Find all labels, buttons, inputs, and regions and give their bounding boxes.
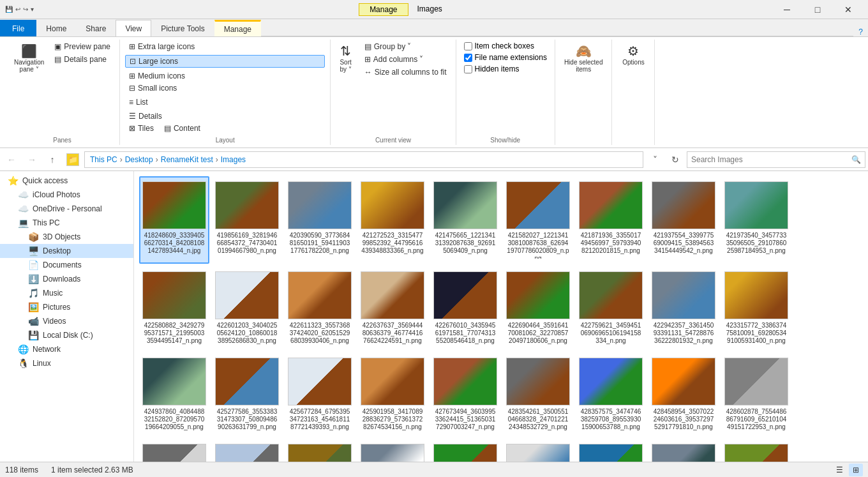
list-button[interactable]: ≡ List	[125, 96, 253, 108]
address-dropdown-button[interactable]: ˅	[646, 151, 664, 169]
details-button[interactable]: ☰ Details	[125, 110, 253, 122]
file-item[interactable]: cabin_exterior_6	[721, 439, 791, 462]
sidebar-item-icloud[interactable]: ☁️ iCloud Photos	[0, 188, 133, 202]
up-button[interactable]: ↑	[43, 151, 61, 169]
medium-icons-button[interactable]: ⊞ Medium icons	[125, 70, 325, 82]
file-area[interactable]: 418248609_333940566270314_84208108142789…	[134, 171, 868, 462]
file-item[interactable]: 421475665_122134131392087638_92691506940…	[430, 176, 500, 264]
file-item[interactable]: 427673494_360399533624415_51365031729070…	[430, 352, 500, 436]
sidebar-item-desktop[interactable]: 🖥️ Desktop	[0, 244, 133, 258]
file-item[interactable]: 428458954_350702224603616_39537297529177…	[648, 352, 719, 436]
sidebar-item-pictures[interactable]: 🖼️ Pictures	[0, 300, 133, 314]
file-name-ext-toggle[interactable]: File name extensions	[461, 52, 550, 63]
window-controls[interactable]: ─ □ ✕	[772, 0, 863, 19]
item-check-boxes-toggle[interactable]: Item check boxes	[461, 41, 537, 51]
tab-manage[interactable]: Manage	[214, 20, 261, 36]
tiles-button[interactable]: ⊠ Tiles	[125, 123, 158, 134]
minimize-button[interactable]: ─	[772, 0, 802, 19]
file-item[interactable]: 428619314_714850080086092900_48886920560…	[285, 439, 355, 462]
file-item[interactable]: 428602878_755448686791609_65210104491517…	[721, 352, 791, 436]
hidden-items-checkbox[interactable]	[464, 65, 472, 73]
sidebar-item-documents[interactable]: 📄 Documents	[0, 258, 133, 272]
file-item[interactable]: 421272523_331547799852392_44795616439348…	[357, 176, 428, 264]
add-columns-button[interactable]: ⊞ Add columns ˅	[361, 54, 451, 65]
refresh-button[interactable]: ↻	[666, 151, 684, 169]
sidebar-item-quick-access[interactable]: ⭐ Quick access	[0, 174, 133, 188]
file-item[interactable]: cabin_pond_4	[576, 439, 646, 462]
tab-view[interactable]: View	[116, 20, 151, 36]
address-this-pc[interactable]: This PC	[90, 155, 117, 164]
sidebar-item-network[interactable]: 🌐 Network	[0, 342, 133, 356]
sidebar-item-onedrive[interactable]: ☁️ OneDrive - Personal	[0, 202, 133, 216]
sidebar-item-linux[interactable]: 🐧 Linux	[0, 356, 133, 370]
small-icons-button[interactable]: ⊟ Small icons	[125, 82, 253, 94]
search-icon[interactable]: 🔍	[851, 155, 861, 164]
file-name-ext-checkbox[interactable]	[464, 54, 472, 62]
hidden-items-toggle[interactable]: Hidden items	[461, 64, 522, 74]
preview-pane-button[interactable]: ▣ Preview pane	[50, 41, 114, 52]
file-item[interactable]: 425901958_341708928836279_57361372826745…	[357, 352, 428, 436]
sidebar-item-3d-objects[interactable]: 📦 3D Objects	[0, 230, 133, 244]
options-button[interactable]: ⚙ Options	[617, 41, 649, 68]
file-item[interactable]: 419856169_328194666854372_74730401019946…	[212, 176, 282, 264]
navigation-pane-button[interactable]: ⬛ Navigationpane ˅	[10, 41, 48, 75]
file-item[interactable]: 422676010_343594561971581_77074313552085…	[430, 266, 500, 350]
tab-home[interactable]: Home	[36, 20, 76, 36]
extra-large-icons-button[interactable]: ⊞ Extra large icons	[125, 41, 325, 52]
file-item[interactable]: 428611294_755443866644582_45343493060766…	[212, 439, 282, 462]
hide-selected-button[interactable]: 🙈 Hide selecteditems	[560, 41, 607, 75]
help-button[interactable]: ?	[853, 27, 868, 36]
file-item[interactable]: 422942357_336145093391131_54728876362228…	[648, 266, 719, 350]
file-item[interactable]: cabin_forest_2	[430, 439, 500, 462]
tab-share[interactable]: Share	[76, 20, 116, 36]
address-renamekit[interactable]: RenameKit test	[161, 155, 213, 164]
quick-access-toolbar[interactable]: 💾 ↩ ↪ ▾	[5, 6, 34, 13]
file-item[interactable]: cabin_alps_3	[503, 439, 573, 462]
file-item[interactable]: 420390590_377368481650191_59411903177617…	[285, 176, 355, 264]
file-item[interactable]: 422690464_359164170081062_32270857204971…	[503, 266, 573, 350]
sort-by-button[interactable]: ⇅ Sortby ˅	[336, 41, 355, 75]
file-item[interactable]: 425677284_679539534723163_45461811877214…	[285, 352, 355, 436]
file-item[interactable]: 423315772_338637475810091_69280534910059…	[721, 266, 791, 350]
file-item[interactable]: 421937554_339977569009415_53894563341544…	[648, 176, 719, 264]
file-item[interactable]: 422637637_356944480636379_46774416766242…	[357, 266, 428, 350]
tab-picture-tools[interactable]: Picture Tools	[151, 20, 214, 36]
dropdown-icon[interactable]: ▾	[31, 6, 34, 13]
maximize-button[interactable]: □	[803, 0, 832, 19]
file-item[interactable]: 428354261_350055104668328_24701221243485…	[503, 352, 573, 436]
sidebar-item-music[interactable]: 🎵 Music	[0, 286, 133, 300]
icon-view-button[interactable]: ⊞	[849, 464, 863, 476]
address-desktop[interactable]: Desktop	[125, 155, 153, 164]
close-button[interactable]: ✕	[834, 0, 863, 19]
file-item[interactable]: 421973540_345773335096505_29107860259871…	[721, 176, 791, 264]
search-input[interactable]	[691, 155, 849, 164]
details-pane-button[interactable]: ▤ Details pane	[50, 54, 114, 65]
sidebar-item-local-disk[interactable]: 💾 Local Disk (C:)	[0, 328, 133, 342]
item-check-boxes-checkbox[interactable]	[464, 42, 472, 50]
file-item[interactable]: cabin_rocks_5	[648, 439, 719, 462]
file-item[interactable]: 428607189_755448632124986_60133936998835…	[139, 439, 209, 462]
size-all-columns-button[interactable]: ↔ Size all columns to fit	[361, 66, 451, 78]
sidebar-item-videos[interactable]: 📹 Videos	[0, 314, 133, 328]
file-item[interactable]: 418248609_333940566270314_84208108142789…	[139, 176, 209, 264]
forward-button[interactable]: →	[23, 151, 41, 169]
sidebar-item-downloads[interactable]: ⬇️ Downloads	[0, 272, 133, 286]
content-button[interactable]: ▤ Content	[160, 123, 204, 134]
search-bar[interactable]: 🔍	[687, 151, 865, 168]
file-item[interactable]: 422759621_345945106906965106194158334_n.…	[576, 266, 646, 350]
large-icons-button[interactable]: ⊡ Large icons	[125, 55, 325, 68]
file-item[interactable]: 422611323_355736837424020_62051529680399…	[285, 266, 355, 350]
file-item[interactable]: 425277586_355338331473307_50809486902636…	[212, 352, 282, 436]
sidebar-item-this-pc[interactable]: 💻 This PC	[0, 216, 133, 230]
file-item[interactable]: 428357575_347474638259708_89553930159006…	[576, 352, 646, 436]
address-bar[interactable]: This PC › Desktop › RenameKit test › Ima…	[84, 151, 643, 168]
file-item[interactable]: 421871936_335501749456997_59793940821202…	[576, 176, 646, 264]
address-images[interactable]: Images	[221, 155, 246, 164]
detail-view-button[interactable]: ☰	[832, 464, 846, 476]
file-item[interactable]: 422580882_342927995371571_21995003359449…	[139, 266, 209, 350]
file-item[interactable]: cabin_mtn_1	[357, 439, 428, 462]
tab-file[interactable]: File	[0, 20, 36, 36]
file-item[interactable]: 421582027_122134130810087638_62694197077…	[503, 176, 573, 264]
file-item[interactable]: 422601203_340402505624120_10860018389526…	[212, 266, 282, 350]
back-button[interactable]: ←	[3, 151, 20, 169]
